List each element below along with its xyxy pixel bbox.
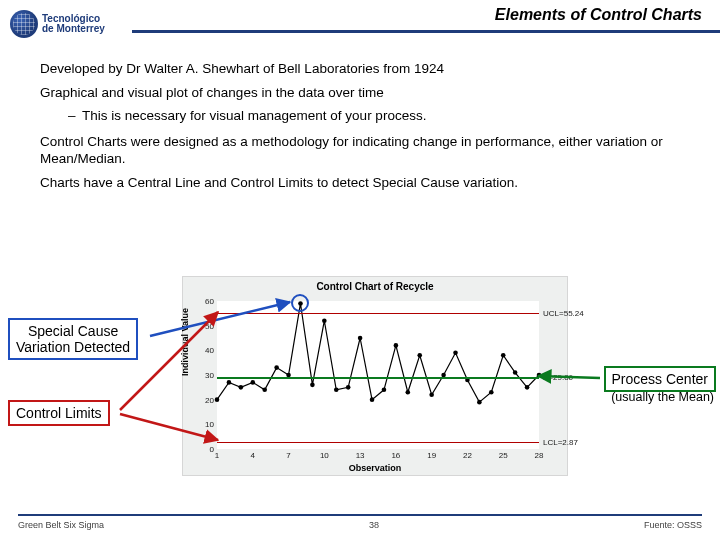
chart-xtick: 28 [535, 451, 544, 460]
chart-point [382, 388, 387, 393]
chart-ytick: 0 [187, 445, 217, 454]
paragraph-1: Developed by Dr Walter A. Shewhart of Be… [40, 60, 692, 78]
chart-point [525, 385, 530, 390]
chart-xtick: 13 [356, 451, 365, 460]
chart-point [274, 365, 279, 370]
chart-ref-line [217, 442, 539, 443]
paragraph-2-sub-text: This is necessary for visual management … [82, 108, 426, 123]
chart-point [394, 343, 399, 348]
chart-polyline [217, 303, 539, 402]
page-title: Elements of Control Charts [495, 6, 702, 24]
chart-ytick: 20 [187, 395, 217, 404]
chart-point [406, 390, 411, 395]
logo-globe-icon [10, 10, 38, 38]
chart-xtick: 19 [427, 451, 436, 460]
chart-ref-label: X=29.06 [543, 373, 573, 382]
chart-ref-line [217, 377, 539, 379]
chart-point [239, 385, 244, 390]
chart-point [310, 383, 315, 388]
chart-xlabel: Observation [183, 463, 567, 473]
chart-point [346, 385, 351, 390]
footer-left: Green Belt Six Sigma [18, 520, 104, 530]
logo-line-2: de Monterrey [42, 24, 105, 34]
callout-process-center-text: Process Center [612, 371, 708, 387]
chart-ref-label: LCL=2.87 [543, 437, 578, 446]
callout-control-limits-text: Control Limits [16, 405, 102, 421]
chart-point [262, 388, 267, 393]
callout-special-cause: Special Cause Variation Detected [8, 318, 138, 360]
paragraph-2-sub: –This is necessary for visual management… [68, 107, 692, 125]
chart-xtick: 1 [215, 451, 219, 460]
chart-ref-label: UCL=55.24 [543, 308, 584, 317]
special-cause-marker [291, 294, 309, 312]
chart-point [513, 370, 518, 375]
footer-right: Fuente: OSSS [644, 520, 702, 530]
chart-point [370, 397, 375, 402]
chart-point [417, 353, 422, 358]
chart-point [250, 380, 255, 385]
chart-ref-line [217, 313, 539, 314]
chart-point [429, 392, 434, 397]
footer-page-number: 38 [369, 520, 379, 530]
paragraph-4: Charts have a Central Line and Control L… [40, 174, 692, 192]
logo: Tecnológico de Monterrey [10, 10, 105, 38]
chart-xtick: 7 [286, 451, 290, 460]
body-text: Developed by Dr Walter A. Shewhart of Be… [0, 44, 720, 191]
chart-point [477, 400, 482, 405]
slide-footer: Green Belt Six Sigma 38 Fuente: OSSS [0, 514, 720, 530]
chart-point [453, 351, 458, 356]
chart-ytick: 60 [187, 297, 217, 306]
callout-special-cause-text: Special Cause Variation Detected [16, 323, 130, 355]
footer-divider [18, 514, 702, 516]
paragraph-2: Graphical and visual plot of changes in … [40, 84, 692, 102]
chart-series [217, 301, 539, 449]
chart-point [489, 390, 494, 395]
chart-xtick: 16 [391, 451, 400, 460]
chart-xtick: 4 [251, 451, 255, 460]
callout-process-center: Process Center [604, 366, 716, 392]
chart-point [334, 388, 339, 393]
chart-ytick: 50 [187, 321, 217, 330]
chart-point [501, 353, 506, 358]
chart-point [322, 318, 327, 323]
slide-header: Tecnológico de Monterrey Elements of Con… [0, 0, 720, 44]
logo-text: Tecnológico de Monterrey [42, 14, 105, 34]
chart-ylabel: Individual Value [180, 308, 190, 376]
callout-control-limits: Control Limits [8, 400, 110, 426]
chart-ytick: 30 [187, 371, 217, 380]
chart-ytick: 10 [187, 420, 217, 429]
chart-xtick: 25 [499, 451, 508, 460]
chart-ytick: 40 [187, 346, 217, 355]
chart-xtick: 10 [320, 451, 329, 460]
paragraph-3: Control Charts were designed as a method… [40, 133, 692, 168]
chart-title: Control Chart of Recycle [183, 281, 567, 292]
control-chart: Control Chart of Recycle Individual Valu… [182, 276, 568, 476]
chart-point [227, 380, 232, 385]
callout-process-center-sub: (usually the Mean) [611, 390, 714, 404]
chart-xtick: 22 [463, 451, 472, 460]
header-divider [132, 30, 720, 33]
chart-point [358, 336, 363, 341]
